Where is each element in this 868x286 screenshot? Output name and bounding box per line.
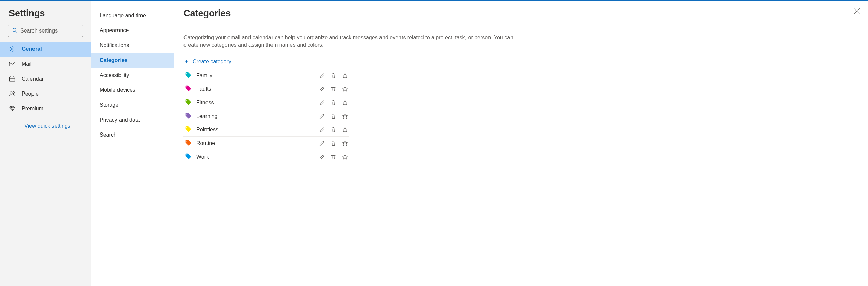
subnav-item-label: Storage <box>100 102 118 108</box>
favorite-category-button[interactable] <box>342 86 348 92</box>
delete-category-button[interactable] <box>330 86 337 92</box>
subnav-item-label: Accessibility <box>100 72 129 78</box>
svg-point-12 <box>13 92 15 94</box>
subnav-item-label: Mobile devices <box>100 87 135 93</box>
subnav-item-language-and-time[interactable]: Language and time <box>91 8 174 23</box>
tag-icon <box>185 85 192 93</box>
subnav-item-label: Privacy and data <box>100 117 140 123</box>
edit-category-button[interactable] <box>319 113 325 119</box>
subnav-item-label: Language and time <box>100 13 146 19</box>
settings-title: Settings <box>0 8 91 25</box>
category-name: Learning <box>196 113 319 119</box>
sidebar-item-premium[interactable]: Premium <box>0 101 91 116</box>
category-name: Family <box>196 73 319 79</box>
category-name: Routine <box>196 140 319 146</box>
search-settings-box[interactable] <box>8 25 83 37</box>
tag-icon <box>185 72 192 80</box>
category-name: Work <box>196 154 319 160</box>
favorite-category-button[interactable] <box>342 140 348 146</box>
tag-icon <box>185 126 192 134</box>
search-settings-input[interactable] <box>20 28 88 34</box>
sidebar-item-calendar[interactable]: Calendar <box>0 72 91 86</box>
category-list: FamilyFaultsFitnessLearningPointlessRout… <box>183 69 349 164</box>
search-icon <box>12 27 18 35</box>
divider <box>174 27 868 27</box>
favorite-category-button[interactable] <box>342 113 348 119</box>
category-name: Pointless <box>196 127 319 133</box>
tag-icon <box>185 99 192 107</box>
subnav-item-label: Categories <box>100 57 128 63</box>
category-row: Learning <box>183 109 349 123</box>
page-description: Categorizing your email and calendar can… <box>183 34 522 49</box>
category-row: Work <box>183 150 349 164</box>
category-row: Routine <box>183 137 349 150</box>
gear-icon <box>9 46 17 53</box>
edit-category-button[interactable] <box>319 127 325 133</box>
calendar-icon <box>9 76 17 82</box>
delete-category-button[interactable] <box>330 140 337 146</box>
sidebar-item-label: Mail <box>22 61 31 67</box>
create-category-button[interactable]: ＋ Create category <box>183 58 231 65</box>
settings-main: Categories Categorizing your email and c… <box>174 1 868 286</box>
edit-category-button[interactable] <box>319 140 325 146</box>
edit-category-button[interactable] <box>319 86 325 92</box>
tag-icon <box>185 112 192 120</box>
category-row: Fitness <box>183 96 349 109</box>
plus-icon: ＋ <box>183 58 189 65</box>
settings-sidebar: Settings GeneralMailCalendarPeoplePremiu… <box>0 1 91 286</box>
edit-category-button[interactable] <box>319 100 325 106</box>
svg-rect-4 <box>10 77 15 81</box>
svg-point-0 <box>13 28 16 31</box>
subnav-item-mobile-devices[interactable]: Mobile devices <box>91 83 174 98</box>
create-category-label: Create category <box>193 59 231 65</box>
subnav-item-label: Appearance <box>100 27 129 34</box>
favorite-category-button[interactable] <box>342 154 348 160</box>
category-name: Faults <box>196 86 319 92</box>
delete-category-button[interactable] <box>330 113 337 119</box>
mail-icon <box>9 61 17 67</box>
category-row: Faults <box>183 82 349 96</box>
people-icon <box>9 90 17 97</box>
sidebar-item-general[interactable]: General <box>0 42 91 57</box>
delete-category-button[interactable] <box>330 127 337 133</box>
sidebar-item-mail[interactable]: Mail <box>0 57 91 72</box>
category-row: Family <box>183 69 349 82</box>
delete-category-button[interactable] <box>330 100 337 106</box>
category-name: Fitness <box>196 100 319 106</box>
subnav-item-label: Search <box>100 132 117 138</box>
close-button[interactable] <box>854 8 860 16</box>
sidebar-item-label: Calendar <box>22 76 44 82</box>
svg-line-1 <box>16 31 17 33</box>
subnav-item-privacy-and-data[interactable]: Privacy and data <box>91 113 174 127</box>
sidebar-item-people[interactable]: People <box>0 86 91 101</box>
diamond-icon <box>9 105 17 112</box>
subnav-item-categories[interactable]: Categories <box>91 53 174 68</box>
svg-point-11 <box>10 92 12 94</box>
view-quick-settings-link[interactable]: View quick settings <box>0 116 91 129</box>
subnav-item-appearance[interactable]: Appearance <box>91 23 174 38</box>
sidebar-item-label: General <box>22 46 42 52</box>
sidebar-item-label: People <box>22 91 39 97</box>
subnav-item-accessibility[interactable]: Accessibility <box>91 68 174 83</box>
favorite-category-button[interactable] <box>342 73 348 79</box>
delete-category-button[interactable] <box>330 154 337 160</box>
subnav-item-search[interactable]: Search <box>91 127 174 142</box>
tag-icon <box>185 153 192 161</box>
svg-point-2 <box>12 48 13 50</box>
subnav-item-storage[interactable]: Storage <box>91 98 174 113</box>
edit-category-button[interactable] <box>319 154 325 160</box>
subnav-item-label: Notifications <box>100 42 129 48</box>
tag-icon <box>185 139 192 147</box>
page-title: Categories <box>183 8 859 19</box>
favorite-category-button[interactable] <box>342 100 348 106</box>
settings-subnav: Language and timeAppearanceNotifications… <box>91 1 174 286</box>
svg-rect-3 <box>9 62 15 66</box>
category-row: Pointless <box>183 123 349 137</box>
subnav-item-notifications[interactable]: Notifications <box>91 38 174 53</box>
edit-category-button[interactable] <box>319 73 325 79</box>
favorite-category-button[interactable] <box>342 127 348 133</box>
delete-category-button[interactable] <box>330 73 337 79</box>
sidebar-item-label: Premium <box>22 106 43 112</box>
